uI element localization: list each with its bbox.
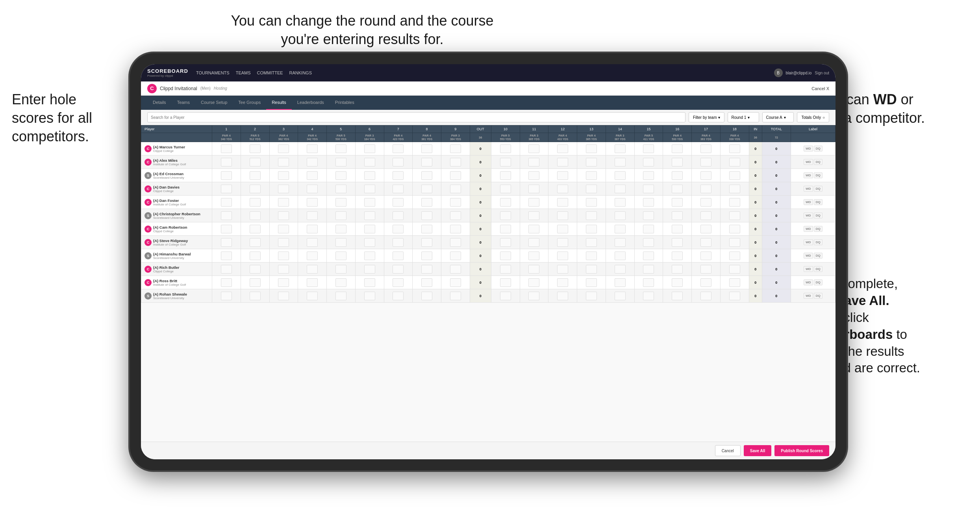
tab-course-setup[interactable]: Course Setup (195, 96, 233, 110)
hole-17-input[interactable] (700, 144, 711, 153)
hole-15-input[interactable] (643, 265, 654, 274)
wd-button[interactable]: WD (804, 253, 813, 259)
hole-14-input[interactable] (615, 198, 626, 207)
hole-5-input[interactable] (335, 292, 346, 300)
hole-9-input[interactable] (450, 185, 461, 193)
hole-11-input[interactable] (528, 251, 539, 260)
hole-4-cell[interactable] (298, 222, 327, 236)
hole-11-input[interactable] (528, 158, 539, 166)
hole-4-cell[interactable] (298, 209, 327, 222)
hole-18-input[interactable] (729, 278, 740, 287)
hole-15-cell[interactable] (634, 249, 663, 263)
hole-3-cell[interactable] (269, 209, 298, 222)
hole-9-input[interactable] (450, 198, 461, 207)
hole-11-input[interactable] (528, 265, 539, 274)
hole-6-input[interactable] (364, 251, 375, 260)
hole-1-cell[interactable] (212, 182, 241, 196)
hole-11-cell[interactable] (520, 236, 548, 249)
hole-4-input[interactable] (307, 144, 318, 153)
hole-6-input[interactable] (364, 278, 375, 287)
hole-10-cell[interactable] (491, 169, 520, 182)
hole-15-cell[interactable] (634, 263, 663, 276)
hole-3-input[interactable] (278, 171, 289, 180)
dq-button[interactable]: DQ (814, 172, 823, 178)
hole-15-cell[interactable] (634, 169, 663, 182)
hole-2-input[interactable] (250, 198, 261, 207)
hole-18-cell[interactable] (720, 169, 749, 182)
hole-13-input[interactable] (586, 278, 597, 287)
hole-15-cell[interactable] (634, 182, 663, 196)
hole-18-input[interactable] (729, 144, 740, 153)
hole-2-cell[interactable] (241, 236, 269, 249)
hole-8-input[interactable] (421, 144, 432, 153)
hole-5-input[interactable] (335, 144, 346, 153)
hole-7-cell[interactable] (384, 182, 413, 196)
nav-link-tournaments[interactable]: TOURNAMENTS (196, 69, 230, 77)
hole-5-input[interactable] (335, 265, 346, 274)
hole-16-cell[interactable] (663, 142, 692, 155)
hole-14-cell[interactable] (606, 142, 634, 155)
hole-7-cell[interactable] (384, 196, 413, 209)
hole-4-input[interactable] (307, 251, 318, 260)
hole-4-input[interactable] (307, 185, 318, 193)
hole-6-input[interactable] (364, 292, 375, 300)
hole-16-input[interactable] (672, 198, 683, 207)
hole-9-input[interactable] (450, 171, 461, 180)
hole-18-cell[interactable] (720, 209, 749, 222)
hole-16-cell[interactable] (663, 209, 692, 222)
hole-15-cell[interactable] (634, 289, 663, 303)
hole-8-input[interactable] (421, 292, 432, 300)
hole-4-input[interactable] (307, 225, 318, 233)
hole-8-cell[interactable] (413, 263, 441, 276)
hole-4-input[interactable] (307, 211, 318, 220)
hole-13-cell[interactable] (577, 289, 606, 303)
hole-17-input[interactable] (700, 171, 711, 180)
hole-4-cell[interactable] (298, 289, 327, 303)
hole-18-input[interactable] (729, 251, 740, 260)
hole-10-cell[interactable] (491, 263, 520, 276)
hole-7-input[interactable] (393, 198, 404, 207)
hole-14-input[interactable] (615, 158, 626, 166)
hole-8-cell[interactable] (413, 289, 441, 303)
hole-3-input[interactable] (278, 278, 289, 287)
hole-12-input[interactable] (557, 265, 568, 274)
hole-2-input[interactable] (250, 158, 261, 166)
hole-7-input[interactable] (393, 238, 404, 247)
hole-3-cell[interactable] (269, 142, 298, 155)
nav-link-committee[interactable]: COMMITTEE (257, 69, 283, 77)
hole-7-input[interactable] (393, 158, 404, 166)
hole-4-cell[interactable] (298, 196, 327, 209)
hole-12-cell[interactable] (548, 276, 577, 289)
hole-17-input[interactable] (700, 185, 711, 193)
dq-button[interactable]: DQ (814, 253, 823, 259)
hole-7-cell[interactable] (384, 142, 413, 155)
hole-15-input[interactable] (643, 211, 654, 220)
hole-11-input[interactable] (528, 171, 539, 180)
hole-9-input[interactable] (450, 265, 461, 274)
search-input[interactable] (147, 112, 685, 122)
hole-9-cell[interactable] (441, 276, 470, 289)
hole-8-input[interactable] (421, 265, 432, 274)
dq-button[interactable]: DQ (814, 279, 823, 285)
hole-5-cell[interactable] (327, 222, 356, 236)
hole-6-input[interactable] (364, 144, 375, 153)
hole-16-cell[interactable] (663, 276, 692, 289)
hole-11-input[interactable] (528, 198, 539, 207)
nav-link-rankings[interactable]: RANKINGS (289, 69, 312, 77)
hole-9-input[interactable] (450, 238, 461, 247)
hole-8-input[interactable] (421, 158, 432, 166)
hole-7-cell[interactable] (384, 236, 413, 249)
hole-17-cell[interactable] (692, 169, 721, 182)
hole-8-cell[interactable] (413, 222, 441, 236)
hole-7-input[interactable] (393, 171, 404, 180)
hole-14-input[interactable] (615, 292, 626, 300)
hole-3-cell[interactable] (269, 263, 298, 276)
hole-3-input[interactable] (278, 198, 289, 207)
hole-9-input[interactable] (450, 225, 461, 233)
wd-button[interactable]: WD (804, 213, 813, 218)
hole-6-cell[interactable] (355, 155, 384, 169)
hole-13-input[interactable] (586, 251, 597, 260)
hole-15-input[interactable] (643, 238, 654, 247)
hole-9-input[interactable] (450, 211, 461, 220)
hole-3-cell[interactable] (269, 169, 298, 182)
